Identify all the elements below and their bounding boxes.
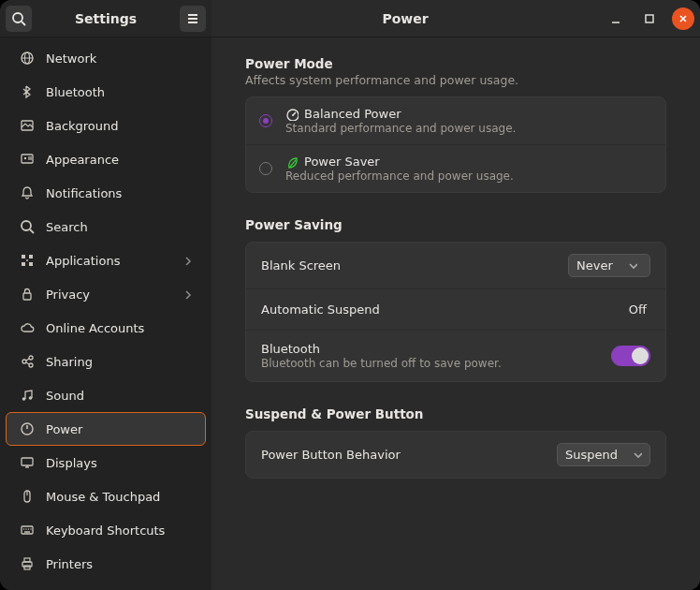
power-button-dropdown[interactable]: Suspend: [557, 443, 650, 466]
auto-suspend-row[interactable]: Automatic Suspend Off: [246, 289, 665, 331]
power-button-row[interactable]: Power Button Behavior Suspend: [246, 432, 665, 478]
cloud-icon: [20, 320, 35, 335]
sidebar-item-displays[interactable]: Displays: [6, 446, 206, 479]
bluetooth-label: Bluetooth: [261, 342, 611, 356]
power-icon: [20, 421, 35, 436]
page-title: Power: [217, 11, 593, 26]
sidebar-item-label: Mouse & Touchpad: [46, 490, 192, 504]
power-saving-title: Power Saving: [245, 217, 666, 232]
sidebar-item-label: Background: [46, 119, 192, 133]
sidebar-item-network[interactable]: Network: [6, 41, 206, 75]
suspend-section-title: Suspend & Power Button: [245, 406, 666, 421]
sidebar-item-label: Sharing: [46, 355, 192, 369]
sidebar-item-label: Bluetooth: [46, 85, 192, 99]
sidebar-item-background[interactable]: Background: [6, 109, 206, 142]
maximize-button[interactable]: [638, 7, 661, 30]
sidebar-item-label: Search: [46, 220, 192, 234]
power-button-label: Power Button Behavior: [261, 448, 557, 462]
settings-window: Settings Power NetworkBluetoothBackgroun…: [0, 0, 700, 590]
titlebar-main: Power: [211, 0, 700, 37]
bluetooth-switch[interactable]: [611, 346, 650, 366]
chevron-right-icon: [181, 288, 192, 302]
sidebar-item-appearance[interactable]: Appearance: [6, 142, 206, 176]
blank-screen-label: Blank Screen: [261, 258, 568, 273]
power-mode-desc: Affects system performance and power usa…: [245, 73, 666, 87]
keyboard-icon: [20, 523, 35, 538]
lock-icon: [20, 287, 35, 302]
sidebar-item-label: Notifications: [46, 186, 192, 200]
sidebar-item-label: Sound: [46, 389, 192, 403]
option-sub: Reduced performance and power usage.: [285, 170, 514, 183]
power-mode-title: Power Mode: [245, 56, 666, 71]
music-icon: [20, 388, 35, 403]
sidebar-item-printers[interactable]: Printers: [6, 547, 206, 581]
power-button-value: Suspend: [565, 448, 618, 462]
display-icon: [20, 455, 35, 470]
sidebar-item-online-accounts[interactable]: Online Accounts: [6, 311, 206, 345]
sidebar-item-label: Appearance: [46, 153, 192, 167]
option-title: Balanced Power: [285, 107, 516, 121]
search-button[interactable]: [6, 6, 32, 32]
radio-indicator: [259, 162, 272, 175]
hamburger-menu-button[interactable]: [180, 6, 206, 32]
sidebar-item-label: Printers: [46, 557, 192, 571]
sidebar-item-mouse-touchpad[interactable]: Mouse & Touchpad: [6, 479, 206, 513]
leaf-icon: [285, 155, 299, 169]
blank-screen-dropdown[interactable]: Never: [568, 254, 650, 277]
option-title: Power Saver: [285, 155, 514, 169]
titlebar-sidebar: Settings: [0, 0, 211, 37]
printer-icon: [20, 556, 35, 571]
background-icon: [20, 118, 35, 133]
radio-indicator: [259, 114, 272, 127]
sidebar-item-keyboard-shortcuts[interactable]: Keyboard Shortcuts: [6, 513, 206, 547]
sidebar: NetworkBluetoothBackgroundAppearanceNoti…: [0, 37, 211, 590]
power-saving-card: Blank Screen Never Automatic Suspend Off…: [245, 242, 666, 382]
sidebar-item-power[interactable]: Power: [6, 412, 206, 446]
mouse-icon: [20, 489, 35, 504]
sidebar-item-privacy[interactable]: Privacy: [6, 277, 206, 311]
auto-suspend-label: Automatic Suspend: [261, 302, 629, 317]
sidebar-item-sound[interactable]: Sound: [6, 378, 206, 412]
power-mode-option-power-saver[interactable]: Power SaverReduced performance and power…: [246, 145, 665, 192]
sidebar-item-search[interactable]: Search: [6, 210, 206, 243]
chevron-right-icon: [181, 254, 192, 268]
appearance-icon: [20, 152, 35, 167]
sidebar-item-label: Keyboard Shortcuts: [46, 524, 192, 538]
bell-icon: [20, 185, 35, 200]
sidebar-item-label: Network: [46, 52, 192, 66]
sidebar-item-label: Online Accounts: [46, 321, 192, 335]
minimize-button[interactable]: [605, 7, 627, 30]
power-mode-card: Balanced PowerStandard performance and p…: [245, 96, 666, 193]
grid-icon: [20, 253, 35, 268]
search-icon: [20, 219, 35, 234]
sidebar-item-sharing[interactable]: Sharing: [6, 345, 206, 378]
blank-screen-row[interactable]: Blank Screen Never: [246, 243, 665, 289]
sidebar-item-label: Privacy: [46, 288, 169, 302]
close-button[interactable]: [672, 7, 694, 30]
power-mode-option-balanced-power[interactable]: Balanced PowerStandard performance and p…: [246, 97, 665, 145]
chevron-down-icon: [626, 258, 637, 273]
sidebar-item-applications[interactable]: Applications: [6, 243, 206, 277]
share-icon: [20, 354, 35, 369]
auto-suspend-value: Off: [629, 302, 647, 317]
suspend-card: Power Button Behavior Suspend: [245, 431, 666, 479]
sidebar-item-label: Power: [46, 422, 192, 436]
bluetooth-row: Bluetooth Bluetooth can be turned off to…: [246, 331, 665, 381]
titlebar: Settings Power: [0, 0, 700, 37]
gauge-icon: [285, 108, 299, 121]
chevron-down-icon: [631, 448, 642, 462]
blank-screen-value: Never: [576, 258, 613, 273]
sidebar-item-label: Displays: [46, 456, 192, 470]
bluetooth-icon: [20, 84, 35, 99]
sidebar-title: Settings: [32, 11, 180, 26]
bluetooth-sub: Bluetooth can be turned off to save powe…: [261, 357, 611, 370]
option-sub: Standard performance and power usage.: [285, 122, 516, 135]
main-content: Power Mode Affects system performance an…: [211, 37, 700, 590]
sidebar-item-bluetooth[interactable]: Bluetooth: [6, 75, 206, 109]
globe-icon: [20, 51, 35, 66]
sidebar-item-notifications[interactable]: Notifications: [6, 176, 206, 210]
sidebar-item-label: Applications: [46, 254, 169, 268]
